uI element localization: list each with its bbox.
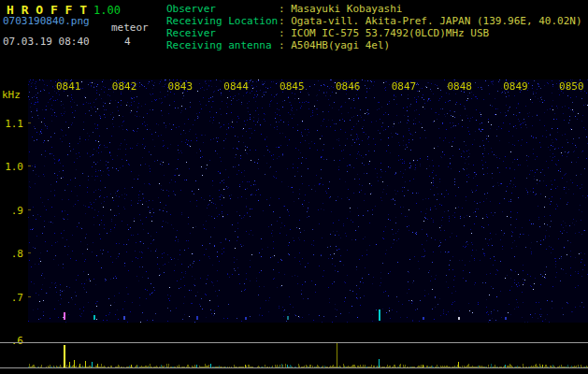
freq-tick: [28, 122, 31, 123]
freq-tick: [28, 165, 31, 166]
spectrogram-plot: 0841084208430844084508460847084808490850: [28, 79, 588, 323]
info-row: Observer: Masayuki Kobayashi: [166, 3, 588, 15]
info-value: : Masayuki Kobayashi: [279, 3, 402, 15]
meteor-echo: [64, 312, 65, 320]
info-label: Receiver: [166, 27, 279, 39]
freq-label: .7: [11, 292, 23, 304]
time-label: 0850: [559, 80, 584, 93]
info-label: Receiving Location: [166, 15, 279, 27]
info-label: Receiving antenna: [166, 39, 279, 51]
freq-label: 1.0: [5, 161, 23, 173]
meteor-count: 4: [124, 36, 131, 48]
meteor-echo: [287, 316, 289, 320]
meteor-echo: [93, 315, 95, 320]
mode-label: meteor: [111, 22, 149, 34]
strip-canvas: [28, 343, 588, 367]
strip-border-bottom: [0, 367, 588, 368]
spectrogram-canvas: [28, 79, 588, 323]
info-row: Receiving antenna: A504HB(yagi 4el): [166, 39, 588, 51]
info-value: : Ogata-vill. Akita-Pref. JAPAN (139.96E…: [279, 15, 582, 27]
output-filename: 0703190840.png: [3, 15, 90, 27]
datetime-label: 07.03.19 08:40: [3, 36, 90, 48]
strip-chart: [28, 343, 588, 367]
time-axis: 0841084208430844084508460847084808490850: [28, 79, 588, 93]
time-label: 0845: [280, 80, 305, 93]
freq-tick: [28, 209, 31, 210]
freq-tick: [28, 296, 31, 297]
info-row: Receiver: ICOM IC-575 53.7492(0LCD)MHz U…: [166, 27, 588, 39]
info-label: Observer: [166, 3, 279, 15]
meteor-echo: [123, 316, 125, 320]
time-label: 0842: [112, 80, 137, 93]
freq-tick: [28, 252, 31, 253]
meteor-echo: [196, 316, 198, 320]
time-label: 0846: [336, 80, 361, 93]
info-value: : ICOM IC-575 53.7492(0LCD)MHz USB: [279, 27, 489, 39]
time-label: 0843: [168, 80, 194, 93]
meteor-echo: [379, 309, 380, 321]
time-label: 0844: [223, 80, 249, 93]
app-version: 1.00: [93, 4, 121, 17]
observer-info: Observer: Masayuki Kobayashi Receiving L…: [166, 3, 588, 51]
info-value: : A504HB(yagi 4el): [279, 39, 390, 51]
time-label: 0849: [503, 80, 528, 93]
freq-label: .6: [11, 335, 23, 347]
time-label: 0841: [56, 80, 81, 93]
freq-axis: 1.11.0.9.8.7.6: [0, 79, 26, 351]
meteor-echo: [423, 317, 424, 320]
meteor-echo: [245, 317, 247, 320]
meteor-echo: [458, 317, 460, 320]
freq-label: 1.1: [5, 118, 23, 130]
meteor-echo: [505, 317, 507, 320]
time-label: 0847: [392, 80, 417, 93]
info-row: Receiving Location: Ogata-vill. Akita-Pr…: [166, 15, 588, 27]
freq-label: .8: [11, 248, 23, 260]
time-label: 0848: [447, 80, 472, 93]
freq-label: .9: [11, 205, 23, 217]
